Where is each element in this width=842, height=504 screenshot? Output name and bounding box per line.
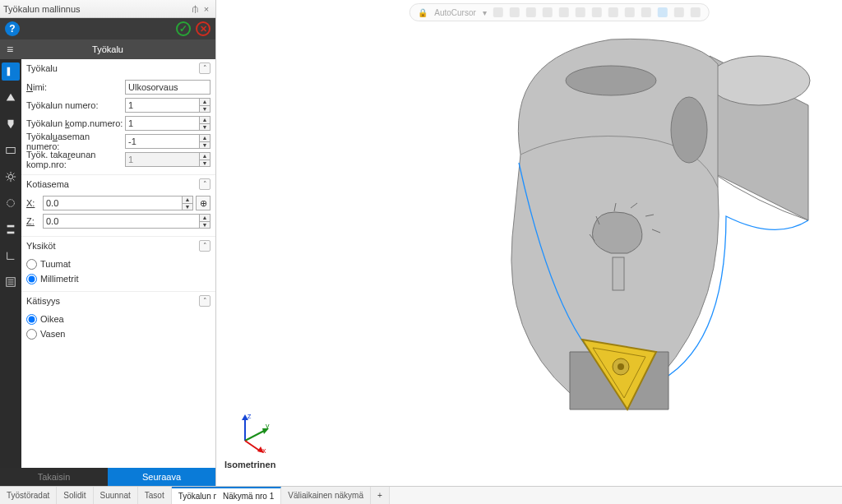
x-input[interactable]: 0.0 <box>43 196 183 210</box>
bottom-tab-strip: Työstöradat Solidit Suunnat Tasot Työkal… <box>0 486 842 504</box>
chevron-up-icon[interactable]: ˄ <box>199 240 210 252</box>
stationno-input[interactable]: -1 <box>125 134 200 149</box>
iconbar-gear[interactable] <box>2 168 20 186</box>
group-units-header[interactable]: Yksiköt ˄ <box>21 236 215 255</box>
svg-line-15 <box>245 430 266 441</box>
svg-rect-5 <box>7 232 15 234</box>
panel-iconbar <box>0 59 21 468</box>
compno-label: Työkalun komp.numero: <box>26 118 125 128</box>
tab-addview[interactable]: + <box>371 487 390 504</box>
iconbar-axis[interactable] <box>2 247 20 265</box>
left-panel: Työkalun mallinnus ⫛ × ? ≡ Työkalu <box>0 0 216 486</box>
svg-rect-4 <box>7 225 15 228</box>
panel-subheader: ≡ Työkalu <box>0 39 215 59</box>
toolno-input[interactable]: 1 <box>125 98 200 113</box>
svg-text:x: x <box>262 446 266 455</box>
chevron-up-icon[interactable]: ˄ <box>199 295 210 307</box>
iconbar-tool[interactable] <box>2 62 20 81</box>
svg-point-12 <box>618 363 624 370</box>
svg-text:z: z <box>248 412 252 420</box>
hand-left-radio[interactable]: Vasen <box>26 326 210 341</box>
x-spinner[interactable]: ▲▼ <box>182 196 193 210</box>
tab-solids[interactable]: Solidit <box>57 487 93 504</box>
units-mm-radio[interactable]: Millimetrit <box>26 271 210 286</box>
iconbar-setup[interactable] <box>2 141 20 160</box>
panel-subhead-label: Työkalu <box>92 44 123 54</box>
svg-rect-10 <box>613 257 624 290</box>
viewport[interactable]: 🔒 AutoCursor ▾ <box>216 0 842 486</box>
x-label: X: <box>26 198 43 208</box>
chevron-up-icon[interactable]: ˄ <box>199 178 210 190</box>
pick-target-button[interactable]: ⊕ <box>196 196 210 210</box>
svg-rect-1 <box>7 148 16 154</box>
iconbar-holder[interactable] <box>2 115 20 133</box>
iconbar-insert[interactable] <box>2 89 20 107</box>
group-home-header[interactable]: Kotiasema ˄ <box>21 174 215 193</box>
rearcomp-input: 1 <box>125 152 200 167</box>
panel-toolbar: ? <box>0 18 215 39</box>
chevron-up-icon[interactable]: ˄ <box>199 62 210 74</box>
rearcomp-label: Työk. takareunan komp.nro: <box>26 150 125 169</box>
toolno-label: Työkalun numero: <box>26 100 125 110</box>
iconbar-list[interactable] <box>2 273 20 291</box>
compno-spinner[interactable]: ▲▼ <box>199 116 210 131</box>
back-button[interactable]: Takaisin <box>0 468 108 486</box>
svg-point-7 <box>708 56 810 105</box>
ok-button[interactable] <box>176 21 191 36</box>
svg-point-2 <box>8 174 12 178</box>
svg-point-8 <box>566 66 656 95</box>
z-spinner[interactable]: ▲▼ <box>199 214 210 229</box>
panel-title: Työkalun mallinnus <box>3 4 189 14</box>
compno-input[interactable]: 1 <box>125 116 200 131</box>
svg-line-17 <box>245 441 261 451</box>
stationno-spinner[interactable]: ▲▼ <box>199 134 210 149</box>
name-label: Nimi: <box>26 82 125 92</box>
svg-rect-0 <box>7 67 11 76</box>
toolno-spinner[interactable]: ▲▼ <box>199 98 210 113</box>
pin-icon[interactable]: ⫛ <box>189 4 201 14</box>
stationno-label: Työkaluaseman numero: <box>26 132 125 151</box>
tab-toolpaths[interactable]: Työstöradat <box>0 487 57 504</box>
tab-view1[interactable]: Näkymä nro 1 <box>216 487 281 504</box>
hand-right-radio[interactable]: Oikea <box>26 312 210 326</box>
axis-gnomon: z y x <box>233 412 274 453</box>
view-orientation-label: Isometrinen <box>224 460 275 469</box>
panel-titlebar: Työkalun mallinnus ⫛ × <box>0 0 215 18</box>
group-tool-header[interactable]: Työkalu ˄ <box>21 59 215 77</box>
help-icon[interactable]: ? <box>5 21 20 36</box>
svg-text:y: y <box>266 422 270 430</box>
svg-point-9 <box>671 97 707 163</box>
tool-3d-view <box>364 7 825 451</box>
iconbar-align[interactable] <box>2 220 20 238</box>
svg-point-3 <box>7 200 15 207</box>
z-input[interactable]: 0.0 <box>43 214 200 229</box>
group-hand-header[interactable]: Kätisyys ˄ <box>21 291 215 310</box>
properties-area: Työkalu ˄ Nimi: Ulkosorvaus Työkalun num… <box>21 59 215 468</box>
iconbar-circle[interactable] <box>2 194 20 212</box>
rearcomp-spinner: ▲▼ <box>199 152 210 167</box>
tab-levels[interactable]: Tasot <box>138 487 172 504</box>
name-input[interactable]: Ulkosorvaus <box>125 80 210 95</box>
z-label: Z: <box>26 216 43 226</box>
cancel-button[interactable] <box>196 21 210 36</box>
units-inches-radio[interactable]: Tuumat <box>26 257 210 271</box>
close-icon[interactable]: × <box>201 4 212 14</box>
panel-footer: Takaisin Seuraava <box>0 468 215 486</box>
tab-planes[interactable]: Suunnat <box>94 487 138 504</box>
tab-tempview[interactable]: Väliaikainen näkymä <box>281 487 371 504</box>
hamburger-icon[interactable]: ≡ <box>7 43 13 56</box>
next-button[interactable]: Seuraava <box>108 468 215 486</box>
